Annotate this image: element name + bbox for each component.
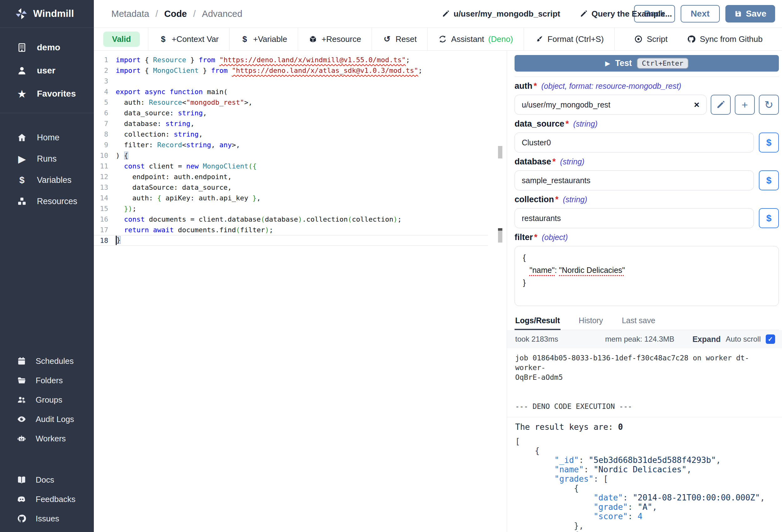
sidebar-item-label: Variables xyxy=(37,175,72,185)
folder-icon xyxy=(16,375,27,386)
sidebar-item-workers[interactable]: Workers xyxy=(0,429,94,448)
breadcrumb-code[interactable]: Code xyxy=(164,9,187,19)
log-line: OqBrE-aOdm5 xyxy=(515,373,775,382)
save-button[interactable]: Save xyxy=(725,5,775,23)
result-json-line: "_id": "5eb3d668b31de5d588f4293b", xyxy=(515,455,779,465)
result-json-line: [ xyxy=(515,437,779,446)
collection-var-button[interactable]: $ xyxy=(759,208,779,228)
toolbar-reset[interactable]: ↺Reset xyxy=(371,28,427,50)
data-source-input[interactable]: Cluster0 xyxy=(514,132,754,153)
code-line-15[interactable]: 15 }); xyxy=(94,203,488,214)
editor-scrollbar[interactable] xyxy=(498,51,502,532)
star-icon: ★ xyxy=(16,88,28,100)
sidebar-item-demo[interactable]: demo xyxy=(0,36,94,59)
code-line-18[interactable]: 18} xyxy=(94,235,488,246)
toolbar-context-var[interactable]: $+Context Var xyxy=(148,28,229,50)
sidebar-item-schedules[interactable]: Schedules xyxy=(0,351,94,371)
code-line-12[interactable]: 12 endpoint: auth.endpoint, xyxy=(94,171,488,182)
editor-toolbar: Valid $+Context Var$+Variable+Resource↺R… xyxy=(94,28,782,51)
tab-logs-result[interactable]: Logs/Result xyxy=(514,314,561,330)
sidebar-item-groups[interactable]: Groups xyxy=(0,390,94,410)
code-line-7[interactable]: 7 database: string, xyxy=(94,118,488,129)
code-line-16[interactable]: 16 const documents = client.database(dat… xyxy=(94,214,488,224)
sidebar-item-runs[interactable]: ▶Runs xyxy=(0,148,94,169)
pencil-icon xyxy=(580,10,588,18)
sidebar-bottom-group: DocsFeedbacksIssues xyxy=(0,470,94,532)
code-text: const client = new MongoClient({ xyxy=(116,162,256,170)
code-line-8[interactable]: 8 collection: string, xyxy=(94,129,488,140)
tab-last-save[interactable]: Last save xyxy=(621,314,656,330)
code-line-10[interactable]: 10) { xyxy=(94,150,488,161)
log-line: job 01864b05-8033-b136-1def-f30c48ac7c28… xyxy=(515,353,775,373)
sidebar-item-variables[interactable]: $Variables xyxy=(0,169,94,191)
next-button[interactable]: Next xyxy=(681,5,720,23)
collection-input[interactable]: restaurants xyxy=(514,208,754,228)
sidebar-item-docs[interactable]: Docs xyxy=(0,470,94,490)
sidebar-item-label: Home xyxy=(37,133,60,143)
test-button[interactable]: ▶ Test Ctrl+Enter xyxy=(514,55,779,72)
code-line-2[interactable]: 2import { MongoClient } from "https://de… xyxy=(94,65,488,76)
expand-button[interactable]: Expand xyxy=(692,335,721,344)
windmill-logo[interactable]: Windmill xyxy=(0,0,94,28)
toolbar-variable[interactable]: $+Variable xyxy=(229,28,298,50)
result-json-line: }, xyxy=(515,521,779,530)
code-line-17[interactable]: 17 return await documents.find(filter); xyxy=(94,224,488,235)
toolbar-assistant[interactable]: Assistant(Deno) xyxy=(427,28,524,50)
data-source-var-button[interactable]: $ xyxy=(759,132,779,153)
toolbar-resource[interactable]: +Resource xyxy=(298,28,371,50)
script-path[interactable]: u/user/my_mongodb_script xyxy=(442,9,560,19)
clear-icon[interactable]: × xyxy=(694,100,700,109)
code-editor[interactable]: 1import { Resource } from "https://deno.… xyxy=(94,51,488,532)
code-text: }); xyxy=(116,205,136,213)
sidebar-item-feedbacks[interactable]: Feedbacks xyxy=(0,490,94,509)
sidebar-item-audit-logs[interactable]: Audit Logs xyxy=(0,410,94,429)
toolbar-label: +Context Var xyxy=(172,34,219,44)
code-line-13[interactable]: 13 dataSource: data_source, xyxy=(94,182,488,193)
refresh-resource-button[interactable]: ↻ xyxy=(759,95,779,115)
auth-resource-input[interactable]: u/user/my_mongodb_rest × xyxy=(514,95,707,115)
code-line-11[interactable]: 11 const client = new MongoClient({ xyxy=(94,161,488,171)
sidebar-item-resources[interactable]: Resources xyxy=(0,191,94,212)
toolbar-label: Format (Ctrl+S) xyxy=(547,34,604,44)
script-kind-button[interactable]: Script xyxy=(634,28,668,50)
breadcrumb-advanced[interactable]: Advanced xyxy=(202,9,242,19)
sidebar-item-home[interactable]: Home xyxy=(0,127,94,148)
filter-json-editor[interactable]: { "name": "Nordic Delicacies"} xyxy=(514,246,779,306)
scrollbar-thumb[interactable] xyxy=(498,231,502,242)
edit-resource-button[interactable] xyxy=(711,95,731,115)
scrollbar-thumb[interactable] xyxy=(498,146,502,158)
breadcrumb-metadata[interactable]: Metadata xyxy=(111,9,149,19)
eye-icon xyxy=(16,414,27,424)
tab-history[interactable]: History xyxy=(578,314,604,330)
code-text: database: string, xyxy=(116,120,194,127)
field-type: (string) xyxy=(560,157,584,166)
content-row: 1import { Resource } from "https://deno.… xyxy=(94,51,782,532)
code-line-9[interactable]: 9 filter: Record<string, any>, xyxy=(94,140,488,150)
sidebar-item-folders[interactable]: Folders xyxy=(0,371,94,390)
field-database: database * (string) sample_restaurants $ xyxy=(514,157,779,190)
field-auth: auth * (object, format: resource-mongodb… xyxy=(514,81,779,115)
code-line-6[interactable]: 6 data_source: string, xyxy=(94,108,488,118)
database-input[interactable]: sample_restaurants xyxy=(514,170,754,190)
field-type: (string) xyxy=(563,195,588,204)
add-resource-button[interactable]: + xyxy=(735,95,755,115)
groups-icon xyxy=(16,394,27,405)
script-summary[interactable]: Query the Example... xyxy=(580,9,672,19)
brush-icon xyxy=(535,35,543,43)
log-line xyxy=(515,382,775,392)
breadcrumb-separator: / xyxy=(193,9,196,19)
sync-from-github-button[interactable]: Sync from Github xyxy=(687,28,762,50)
toolbar-format-ctrl-s[interactable]: Format (Ctrl+S) xyxy=(524,28,615,50)
database-var-button[interactable]: $ xyxy=(759,170,779,190)
code-line-1[interactable]: 1import { Resource } from "https://deno.… xyxy=(94,54,488,65)
code-line-3[interactable]: 3 xyxy=(94,76,488,86)
code-text: endpoint: auth.endpoint, xyxy=(116,173,232,181)
code-line-4[interactable]: 4export async function main( xyxy=(94,86,488,97)
sidebar-item-issues[interactable]: Issues xyxy=(0,509,94,528)
line-number: 2 xyxy=(94,67,108,74)
autoscroll-checkbox[interactable]: ✓ xyxy=(766,335,775,344)
sidebar-item-user[interactable]: user xyxy=(0,59,94,82)
code-line-14[interactable]: 14 auth: { apiKey: auth.api_key }, xyxy=(94,193,488,203)
sidebar-item-favorites[interactable]: ★Favorites xyxy=(0,82,94,105)
code-line-5[interactable]: 5 auth: Resource<"mongodb_rest">, xyxy=(94,97,488,108)
